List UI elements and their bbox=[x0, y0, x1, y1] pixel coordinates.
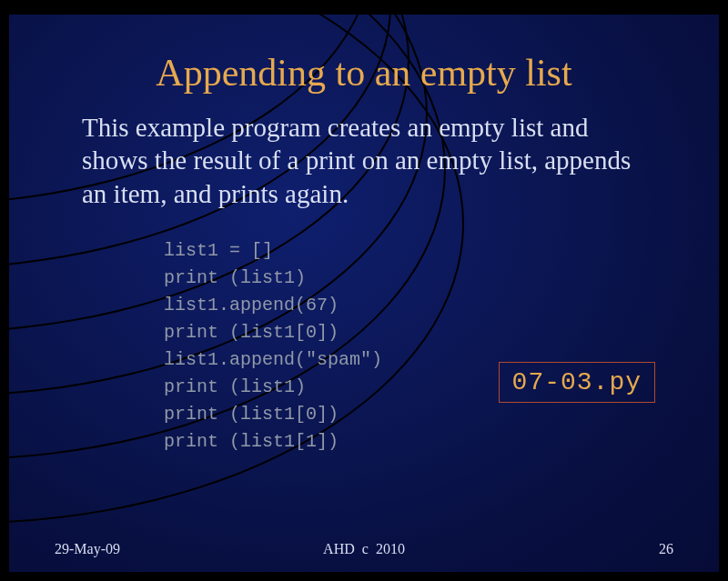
slide-title: Appending to an empty list bbox=[9, 15, 719, 95]
footer-date: 29-May-09 bbox=[55, 541, 120, 557]
slide-footer: 29-May-09 AHD c 2010 26 bbox=[9, 541, 719, 557]
footer-copyright: AHD c 2010 bbox=[323, 541, 405, 557]
filename-label: 07-03.py bbox=[499, 362, 655, 403]
slide-body-text: This example program creates an empty li… bbox=[9, 95, 719, 210]
slide: Appending to an empty list This example … bbox=[9, 15, 719, 572]
code-block: list1 = [] print (list1) list1.append(67… bbox=[9, 210, 719, 456]
footer-page-number: 26 bbox=[659, 541, 673, 557]
